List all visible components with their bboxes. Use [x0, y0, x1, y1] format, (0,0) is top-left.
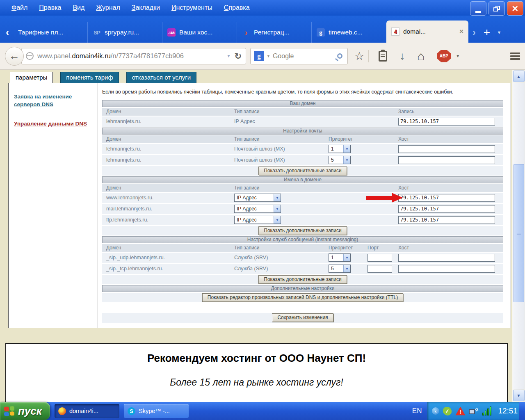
search-magnifier-icon[interactable] [337, 53, 342, 59]
host-input[interactable] [398, 194, 495, 202]
bookmark-star-icon[interactable]: ☆ [354, 50, 364, 63]
search-engine-caret-icon[interactable]: ▼ [267, 54, 270, 58]
host-input[interactable] [398, 205, 495, 213]
host-input[interactable] [398, 145, 495, 153]
minimize-button[interactable] [470, 1, 486, 16]
priority-select[interactable]: 1▼ [329, 145, 351, 153]
browser-tab-sprypay[interactable]: SP sprypay.ru... [88, 22, 162, 43]
section-title-domain-names: Имена в домене [102, 176, 503, 183]
scrollbar-track[interactable] [513, 83, 525, 389]
menu-history[interactable]: Журнал [90, 1, 126, 14]
intro-text: Если во время работы появились ячейки та… [102, 89, 494, 96]
service-tabs: параметры поменять тариф отказаться от у… [0, 70, 512, 83]
browser-tab-registration[interactable]: › Регистрац... [237, 22, 312, 43]
tray-panel: ‹ ✓ ! 12:51 [427, 402, 519, 420]
network-icon[interactable] [469, 407, 479, 415]
menu-edit[interactable]: Правка [33, 1, 67, 14]
record-input[interactable] [398, 118, 495, 126]
search-engine-icon[interactable]: g [254, 51, 264, 61]
new-tab-button[interactable]: + [480, 22, 494, 43]
ad-subtitle: Более 15 лет на рынке хостинг услуг! [16, 377, 497, 388]
show-dns-editor-button[interactable]: Показать редактор произвольных записей D… [202, 293, 403, 302]
close-button[interactable]: ✕ [507, 1, 523, 16]
browser-tab-timeweb[interactable]: g timeweb.c... [312, 22, 386, 43]
table-row: mail.lehmannjets.ru. IP Адрес▼ [102, 204, 503, 214]
bookmarks-menu-icon[interactable] [379, 51, 387, 62]
scroll-up-icon: ▲ [517, 74, 521, 79]
language-indicator[interactable]: EN [412, 407, 422, 415]
taskbar-clock[interactable]: 12:51 [498, 406, 518, 415]
tab-cancel-service[interactable]: отказаться от услуги [126, 72, 196, 83]
sidebar-link-dns-servers-request[interactable]: Заявка на изменение серверов DNS [14, 93, 92, 109]
reg-favicon-icon: › [242, 28, 250, 37]
record-type-select[interactable]: IP Адрес▼ [234, 194, 281, 202]
adblock-plus-icon[interactable]: ABP [437, 50, 451, 62]
save-changes-button[interactable]: Сохранить изменения [272, 313, 333, 322]
taskbar-item-skype[interactable]: S Skype™ -... [124, 404, 189, 418]
scroll-tabs-right-button[interactable]: › [468, 22, 480, 43]
tab-close-icon[interactable]: × [459, 27, 463, 36]
menu-bookmarks[interactable]: Закладки [126, 1, 166, 14]
sidebar-link-dns-data-management[interactable]: Управление данными DNS [14, 120, 92, 128]
system-tray: EN ‹ ✓ ! 12:51 [410, 402, 525, 420]
browser-tab-tariffs[interactable]: Тарифные пл... [13, 22, 88, 43]
hide-icons-chevron-icon[interactable]: ‹ [432, 407, 439, 415]
host-input[interactable] [398, 216, 495, 224]
domain-cell: www.lehmannjets.ru. [102, 195, 230, 201]
home-icon[interactable]: ⌂ [417, 49, 425, 63]
table-row: lehmannjets.ru. Почтовый шлюз (MX) 5▼ [102, 155, 503, 165]
record-type-select[interactable]: IP Адрес▼ [234, 216, 281, 224]
dns-table: Ваш домен Домен Тип записи Запись lehman… [102, 100, 503, 302]
tab-parameters[interactable]: параметры [10, 72, 53, 83]
browser-tab-hosting-ua[interactable]: .ua Ваши хос... [162, 22, 237, 43]
record-type-select[interactable]: IP Адрес▼ [234, 205, 281, 213]
scroll-up-button[interactable]: ▲ [513, 71, 525, 82]
start-button[interactable]: пуск [0, 402, 50, 420]
menu-view[interactable]: Вид [67, 1, 90, 14]
chevron-right-icon: › [472, 27, 476, 38]
scrollbar-thumb[interactable] [514, 164, 524, 302]
warning-triangle-icon[interactable]: ! [455, 407, 465, 415]
show-additional-records-button[interactable]: Показать дополнительные записи [258, 275, 347, 284]
domain4ik-favicon-icon: 4 [391, 27, 399, 36]
url-dropdown-icon[interactable]: ▼ [226, 54, 231, 58]
url-text[interactable]: www.panel.domain4ik.ru/n/7737a4f781677cb… [37, 52, 223, 60]
url-bar[interactable]: www.panel.domain4ik.ru/n/7737a4f781677cb… [21, 48, 246, 64]
downloads-icon[interactable]: ↓ [399, 50, 405, 62]
page-body: параметры поменять тариф отказаться от у… [0, 70, 512, 402]
host-input[interactable] [398, 265, 495, 273]
show-additional-records-button[interactable]: Показать дополнительные записи [258, 226, 347, 235]
menu-help[interactable]: Справка [218, 1, 256, 14]
scroll-tabs-left-button[interactable]: ‹ [2, 22, 13, 43]
scroll-down-button[interactable]: ▼ [513, 390, 525, 401]
hamburger-menu-icon[interactable] [510, 52, 520, 60]
google-favicon-icon: g [317, 28, 325, 37]
reload-icon[interactable]: ↻ [234, 51, 242, 61]
menu-tools[interactable]: Инструменты [166, 1, 218, 14]
browser-viewport: параметры поменять тариф отказаться от у… [0, 70, 525, 402]
site-identity-globe-icon[interactable] [26, 52, 34, 60]
vertical-scrollbar[interactable]: ▲ ▼ [512, 70, 525, 402]
show-additional-records-button[interactable]: Показать дополнительные записи [258, 167, 347, 175]
search-input[interactable] [273, 52, 335, 60]
host-input[interactable] [398, 254, 495, 262]
priority-select[interactable]: 1▼ [329, 253, 351, 262]
port-input[interactable] [368, 254, 392, 262]
priority-select[interactable]: 5▼ [329, 156, 351, 164]
sprypay-favicon-icon: SP [93, 28, 101, 37]
priority-select[interactable]: 5▼ [329, 265, 351, 273]
menu-file[interactable]: Файл [6, 1, 33, 14]
port-input[interactable] [368, 265, 392, 273]
browser-tab-domain4ik-active[interactable]: 4 domai... × [386, 21, 468, 43]
taskbar-item-firefox[interactable]: domain4i... [55, 404, 119, 418]
skype-status-icon[interactable]: ✓ [443, 406, 452, 416]
back-button[interactable]: ← [5, 47, 24, 66]
list-all-tabs-button[interactable]: ▼ [494, 22, 504, 43]
signal-bars-icon[interactable] [482, 406, 491, 415]
search-box[interactable]: g ▼ [250, 48, 348, 64]
restore-button[interactable] [488, 1, 505, 16]
tab-change-tariff[interactable]: поменять тариф [60, 72, 119, 83]
adblock-caret-icon[interactable]: ▼ [456, 54, 460, 58]
record-type-cell: Почтовый шлюз (MX) [230, 146, 324, 152]
host-input[interactable] [398, 156, 495, 164]
